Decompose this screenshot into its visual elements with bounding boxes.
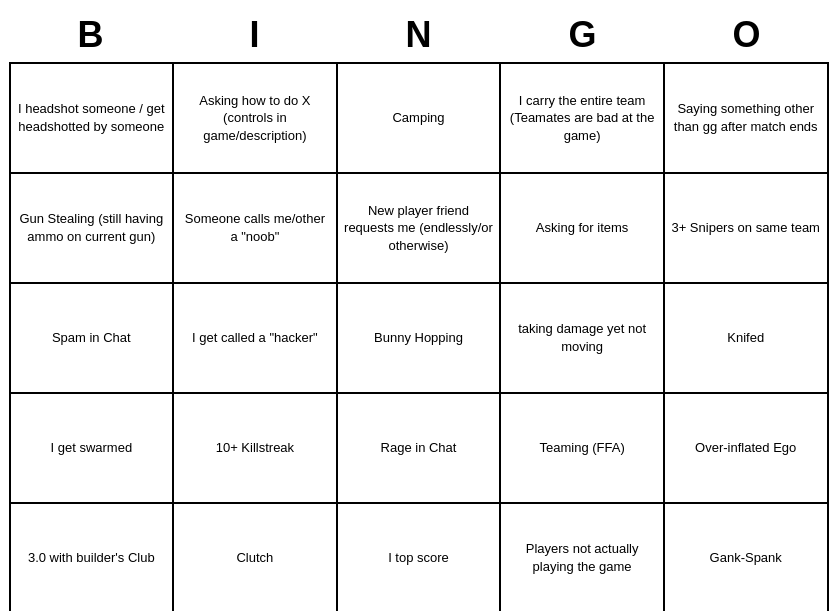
header-n: N — [337, 10, 501, 62]
bingo-cell-15[interactable]: I get swarmed — [11, 394, 175, 504]
bingo-cell-12[interactable]: Bunny Hopping — [338, 284, 502, 394]
header-b: B — [9, 10, 173, 62]
bingo-cell-23[interactable]: Players not actually playing the game — [501, 504, 665, 611]
bingo-cell-10[interactable]: Spam in Chat — [11, 284, 175, 394]
bingo-cell-19[interactable]: Over-inflated Ego — [665, 394, 829, 504]
bingo-cell-22[interactable]: I top score — [338, 504, 502, 611]
bingo-cell-9[interactable]: 3+ Snipers on same team — [665, 174, 829, 284]
bingo-header: B I N G O — [9, 10, 829, 62]
bingo-cell-20[interactable]: 3.0 with builder's Club — [11, 504, 175, 611]
bingo-cell-6[interactable]: Someone calls me/other a "noob" — [174, 174, 338, 284]
bingo-cell-8[interactable]: Asking for items — [501, 174, 665, 284]
bingo-cell-14[interactable]: Knifed — [665, 284, 829, 394]
header-i: I — [173, 10, 337, 62]
bingo-cell-21[interactable]: Clutch — [174, 504, 338, 611]
header-o: O — [665, 10, 829, 62]
bingo-grid: I headshot someone / get headshotted by … — [9, 62, 829, 611]
bingo-cell-4[interactable]: Saying something other than gg after mat… — [665, 64, 829, 174]
bingo-cell-5[interactable]: Gun Stealing (still having ammo on curre… — [11, 174, 175, 284]
header-g: G — [501, 10, 665, 62]
bingo-cell-7[interactable]: New player friend requests me (endlessly… — [338, 174, 502, 284]
bingo-cell-0[interactable]: I headshot someone / get headshotted by … — [11, 64, 175, 174]
bingo-cell-3[interactable]: I carry the entire team (Teamates are ba… — [501, 64, 665, 174]
bingo-cell-13[interactable]: taking damage yet not moving — [501, 284, 665, 394]
bingo-cell-17[interactable]: Rage in Chat — [338, 394, 502, 504]
bingo-card: B I N G O I headshot someone / get heads… — [9, 10, 829, 611]
bingo-cell-2[interactable]: Camping — [338, 64, 502, 174]
bingo-cell-24[interactable]: Gank-Spank — [665, 504, 829, 611]
bingo-cell-18[interactable]: Teaming (FFA) — [501, 394, 665, 504]
bingo-cell-11[interactable]: I get called a "hacker" — [174, 284, 338, 394]
bingo-cell-16[interactable]: 10+ Killstreak — [174, 394, 338, 504]
bingo-cell-1[interactable]: Asking how to do X (controls in game/des… — [174, 64, 338, 174]
